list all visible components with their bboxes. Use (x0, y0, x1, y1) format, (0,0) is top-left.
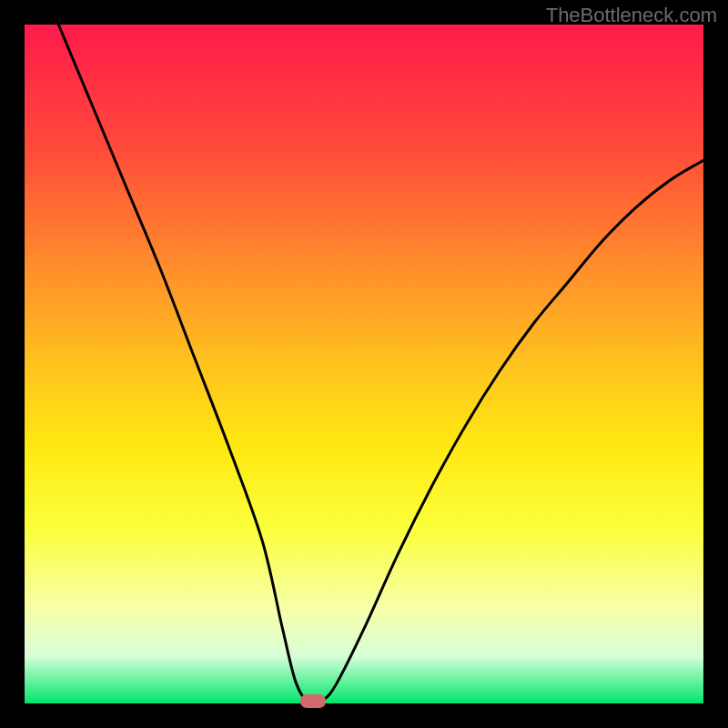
optimum-marker (300, 694, 326, 708)
bottleneck-chart (25, 25, 703, 703)
curve-line (58, 25, 703, 703)
watermark-text: TheBottleneck.com (546, 4, 717, 27)
